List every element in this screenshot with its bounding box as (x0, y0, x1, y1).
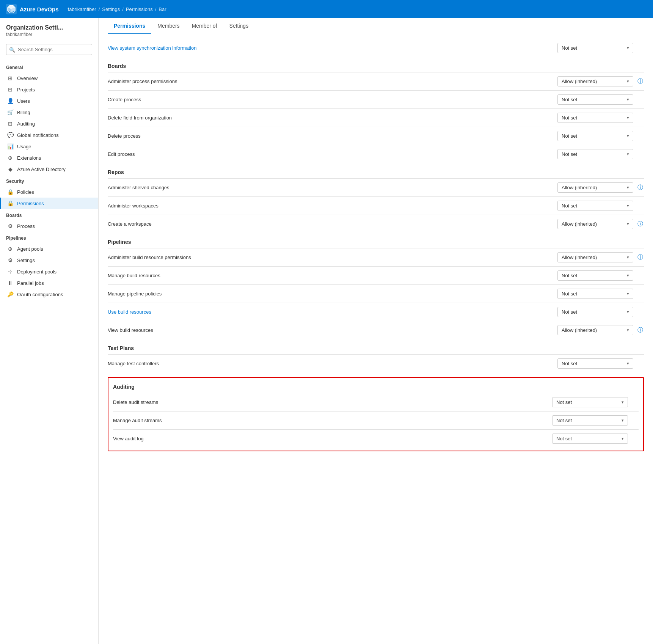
search-input[interactable] (6, 44, 92, 55)
perm-select[interactable]: Not set ▾ (557, 289, 633, 299)
perm-select[interactable]: Not set ▾ (557, 43, 633, 53)
sidebar-item-billing[interactable]: 🛒 Billing (0, 107, 98, 118)
perm-select[interactable]: Not set ▾ (557, 307, 633, 317)
tab-permissions[interactable]: Permissions (108, 18, 151, 34)
app-logo[interactable]: Azure DevOps (6, 4, 59, 14)
sidebar-item-oauth[interactable]: 🔑 OAuth configurations (0, 289, 98, 300)
sidebar-item-deployment-pools[interactable]: ⊹ Deployment pools (0, 266, 98, 277)
perm-select[interactable]: Not set ▾ (552, 415, 628, 426)
perm-select[interactable]: Not set ▾ (557, 149, 633, 159)
perm-label: Manage test controllers (108, 361, 557, 366)
tab-member-of[interactable]: Member of (186, 18, 223, 34)
settings-icon: ⚙ (7, 257, 13, 263)
sidebar-item-parallel-jobs[interactable]: ⏸ Parallel jobs (0, 277, 98, 289)
perm-label: Delete audit streams (113, 399, 552, 405)
section-title-boards: Boards (0, 209, 98, 220)
perm-select[interactable]: Not set ▾ (557, 358, 633, 369)
azure-devops-logo-icon (6, 4, 17, 14)
perm-value-text: Allow (inherited) (562, 254, 597, 260)
perm-value-text: Not set (562, 115, 577, 121)
perm-value-wrap: Not set ▾ (557, 270, 644, 281)
chevron-down-icon: ▾ (627, 273, 629, 278)
sidebar-item-agent-pools[interactable]: ⊕ Agent pools (0, 243, 98, 254)
breadcrumb-permissions[interactable]: Permissions (126, 6, 153, 12)
sidebar-item-label: Projects (17, 87, 35, 93)
perm-value-wrap: Not set ▾ (557, 289, 644, 299)
section-heading-repos: Repos (108, 163, 644, 178)
search-container: 🔍 (6, 44, 92, 55)
sidebar-item-extensions[interactable]: ⊕ Extensions (0, 152, 98, 163)
perm-value-wrap: Not set ▾ (552, 415, 639, 426)
sidebar-item-permissions[interactable]: 🔒 Permissions (0, 198, 98, 209)
perm-select[interactable]: Allow (inherited) ▾ (557, 76, 633, 86)
perm-value-text: Not set (562, 45, 577, 51)
perm-select[interactable]: Not set ▾ (557, 113, 633, 123)
sidebar-item-settings[interactable]: ⚙ Settings (0, 254, 98, 266)
breadcrumb-org[interactable]: fabrikamfiber (68, 6, 96, 12)
perm-select[interactable]: Not set ▾ (557, 201, 633, 211)
perm-select[interactable]: Not set ▾ (557, 131, 633, 141)
chevron-down-icon: ▾ (627, 203, 629, 208)
info-icon[interactable]: ⓘ (636, 78, 644, 85)
perm-value-wrap: Not set ▾ (557, 358, 644, 369)
chevron-down-icon: ▾ (622, 436, 624, 441)
sidebar-item-process[interactable]: ⚙ Process (0, 220, 98, 232)
sidebar-item-projects[interactable]: ⊟ Projects (0, 84, 98, 95)
perm-row: Manage test controllers Not set ▾ (108, 354, 644, 372)
info-icon[interactable]: ⓘ (636, 327, 644, 334)
sidebar-item-label: Global notifications (17, 132, 59, 138)
perm-select[interactable]: Not set ▾ (557, 94, 633, 105)
section-title-security: Security (0, 175, 98, 186)
sidebar-item-usage[interactable]: 📊 Usage (0, 141, 98, 152)
perm-label: Create process (108, 97, 557, 102)
breadcrumb-bar: Bar (159, 6, 166, 12)
info-icon[interactable]: ⓘ (636, 184, 644, 191)
perm-select[interactable]: Not set ▾ (557, 270, 633, 281)
main-content: Permissions Members Member of Settings V… (99, 18, 653, 644)
perm-section-pipelines: Pipelines Administer build resource perm… (108, 233, 644, 339)
perm-value-wrap: Not set ▾ (557, 94, 644, 105)
perm-label[interactable]: Use build resources (108, 309, 557, 315)
perm-row: Administer process permissions Allow (in… (108, 72, 644, 90)
perm-row: Administer build resource permissions Al… (108, 248, 644, 266)
sidebar-item-users[interactable]: 👤 Users (0, 95, 98, 107)
tab-members[interactable]: Members (151, 18, 185, 34)
sidebar-item-label: Extensions (17, 155, 41, 161)
perm-select[interactable]: Allow (inherited) ▾ (557, 219, 633, 229)
sidebar-item-azure-active-directory[interactable]: ◆ Azure Active Directory (0, 163, 98, 175)
top-nav: Azure DevOps fabrikamfiber / Settings / … (0, 0, 653, 18)
sidebar-item-global-notifications[interactable]: 💬 Global notifications (0, 129, 98, 141)
perm-value-wrap: Not set ▾ (557, 149, 644, 159)
perm-section-repos: Repos Administer shelved changes Allow (… (108, 163, 644, 233)
perm-select[interactable]: Not set ▾ (552, 397, 628, 407)
oauth-icon: 🔑 (7, 291, 13, 297)
perm-label: Edit process (108, 151, 557, 157)
perm-select[interactable]: Not set ▾ (552, 434, 628, 444)
sidebar-item-auditing[interactable]: ⊟ Auditing (0, 118, 98, 129)
process-icon: ⚙ (7, 223, 13, 229)
perm-value-text: Allow (inherited) (562, 79, 597, 84)
info-icon[interactable]: ⓘ (636, 254, 644, 261)
perm-value-text: Not set (556, 436, 572, 441)
info-icon[interactable]: ⓘ (636, 220, 644, 228)
perm-label[interactable]: View system synchronization information (108, 45, 557, 51)
perm-label: View build resources (108, 327, 557, 333)
breadcrumb: fabrikamfiber / Settings / Permissions /… (68, 6, 166, 12)
perm-select[interactable]: Allow (inherited) ▾ (557, 182, 633, 193)
chevron-down-icon: ▾ (627, 115, 629, 120)
perm-select[interactable]: Allow (inherited) ▾ (557, 325, 633, 335)
perm-label: Delete field from organization (108, 115, 557, 121)
perm-select[interactable]: Allow (inherited) ▾ (557, 252, 633, 262)
perm-section-top: View system synchronization information … (108, 39, 644, 57)
permissions-content: View system synchronization information … (99, 34, 653, 644)
breadcrumb-settings[interactable]: Settings (102, 6, 120, 12)
sidebar-item-label: Usage (17, 144, 31, 149)
perm-label: Administer process permissions (108, 79, 557, 84)
chevron-down-icon: ▾ (627, 255, 629, 260)
chevron-down-icon: ▾ (627, 291, 629, 296)
perm-row: View system synchronization information … (108, 39, 644, 57)
sidebar-item-overview[interactable]: ⊞ Overview (0, 72, 98, 84)
sidebar-item-policies[interactable]: 🔒 Policies (0, 186, 98, 198)
chevron-down-icon: ▾ (627, 46, 629, 50)
tab-settings[interactable]: Settings (223, 18, 255, 34)
